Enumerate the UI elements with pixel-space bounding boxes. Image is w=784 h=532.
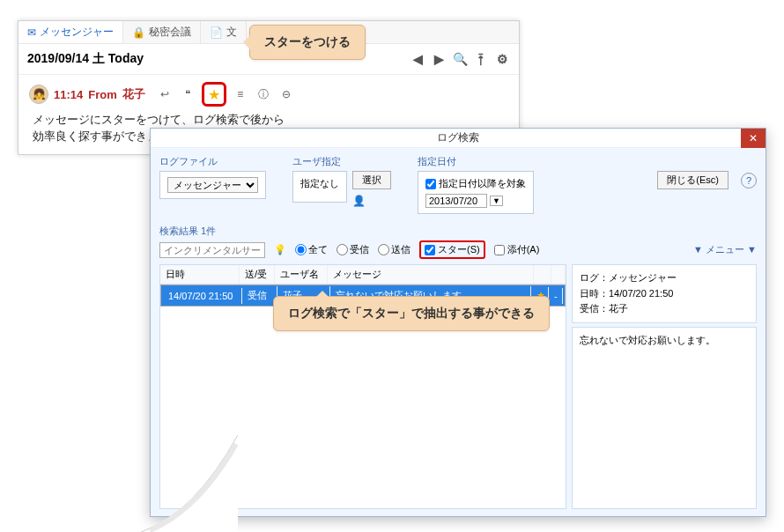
col-datetime[interactable]: 日時 (160, 265, 240, 284)
user-label: ユーザ指定 (292, 155, 391, 168)
user-group: ユーザ指定 指定なし 選択 👤 (292, 155, 391, 207)
next-icon[interactable]: ▶ (431, 51, 447, 67)
dialog-title: ログ検索 (437, 130, 479, 145)
lock-icon: 🔒 (132, 26, 145, 39)
incremental-search-input[interactable] (159, 242, 265, 258)
avatar: 👧 (29, 85, 48, 104)
col-io[interactable]: 送/受 (240, 265, 275, 284)
tab-label: メッセンジャー (40, 25, 114, 40)
filter-recv[interactable]: 受信 (337, 243, 369, 256)
doc-icon: 📄 (210, 26, 223, 39)
message-actions: ↩ ❝ ★ ≡ ⓘ ⊖ (156, 82, 295, 107)
user-value: 指定なし (300, 177, 339, 190)
col-attach (551, 265, 566, 284)
cell-attach: - (549, 288, 563, 304)
message-from-name: 花子 (122, 86, 145, 102)
close-button[interactable]: 閉じる(Esc) (657, 171, 729, 189)
cell-io: 受信 (242, 286, 277, 305)
logfile-group: ログファイル メッセンジャー (159, 155, 266, 199)
table-header: 日時 送/受 ユーザ名 メッセージ (160, 265, 566, 284)
date-after-checkbox[interactable]: 指定日付以降を対象 (425, 177, 526, 190)
message-from-label: From (88, 88, 117, 101)
close-icon[interactable]: ✕ (741, 129, 766, 148)
date-text: 2019/09/14 土 Today (27, 51, 144, 67)
detail-icon[interactable]: ≡ (232, 85, 249, 103)
logfile-panel: メッセンジャー (159, 171, 266, 199)
col-star (534, 265, 551, 284)
message-time: 11:14 (54, 88, 83, 101)
mail-icon: ✉ (27, 26, 36, 39)
menu-dropdown[interactable]: ▼ メニュー ▼ (693, 243, 757, 256)
filter-all[interactable]: 全て (295, 243, 328, 256)
bulb-icon[interactable]: 💡 (274, 244, 286, 255)
config-row: ログファイル メッセンジャー ユーザ指定 指定なし 選択 👤 (159, 155, 757, 219)
dialog-body: ログファイル メッセンジャー ユーザ指定 指定なし 選択 👤 (151, 148, 766, 516)
detail-header-box: ログ：メッセンジャー 日時：14/07/20 21:50 受信：花子 (572, 264, 757, 323)
minus-icon[interactable]: ⊖ (277, 85, 295, 103)
callout-text: ログ検索で「スター」で抽出する事ができる (288, 306, 535, 320)
detail-body-text: 忘れないで対応お願いします。 (580, 335, 715, 345)
message-header: 👧 11:14 From 花子 ↩ ❝ ★ ≡ ⓘ ⊖ (29, 82, 508, 107)
callout-filter: ログ検索で「スター」で抽出する事ができる (273, 296, 550, 331)
reply-icon[interactable]: ↩ (156, 85, 174, 103)
date-label: 指定日付 (418, 155, 534, 168)
help-icon[interactable]: ? (741, 173, 757, 188)
quote-icon[interactable]: ❝ (179, 85, 196, 103)
col-message[interactable]: メッセージ (328, 265, 534, 284)
select-user-button[interactable]: 選択 (352, 171, 391, 189)
chevron-down-icon[interactable]: ▼ (490, 196, 503, 206)
tab-secret[interactable]: 🔒 秘密会議 (123, 21, 201, 43)
date-after-input[interactable] (425, 179, 436, 189)
filter-row: 💡 全て 受信 送信 スター(S) 添付(A) ▼ メニュー ▼ (159, 240, 757, 259)
gear-icon[interactable]: ⚙ (494, 51, 510, 67)
callout-text: スターをつける (264, 34, 351, 48)
filter-star[interactable]: スター(S) (425, 243, 480, 256)
prev-icon[interactable]: ◀ (410, 51, 425, 67)
info-icon[interactable]: ⓘ (255, 85, 272, 103)
results-count: 検索結果 1件 (159, 225, 757, 238)
tab-label: 秘密会議 (149, 25, 191, 40)
date-panel: 指定日付以降を対象 ▼ (418, 171, 534, 214)
date-input[interactable] (425, 194, 487, 208)
dialog-titlebar: ログ検索 ✕ (151, 129, 766, 148)
filter-send[interactable]: 送信 (378, 243, 410, 256)
tab-messenger[interactable]: ✉ メッセンジャー (18, 21, 123, 43)
cell-datetime: 14/07/20 21:50 (163, 288, 242, 304)
detail-body-box: 忘れないで対応お願いします。 (572, 327, 757, 509)
message-line: メッセージにスターをつけて、ログ検索で後から (33, 112, 508, 129)
date-after-label: 指定日付以降を対象 (439, 177, 526, 190)
logfile-select[interactable]: メッセンジャー (167, 177, 258, 193)
callout-star: スターをつける (249, 25, 366, 60)
detail-pane: ログ：メッセンジャー 日時：14/07/20 21:50 受信：花子 忘れないで… (572, 264, 757, 509)
col-user[interactable]: ユーザ名 (275, 265, 328, 284)
filter-star-highlight: スター(S) (419, 240, 485, 259)
person-icon[interactable]: 👤 (352, 195, 391, 207)
star-icon[interactable]: ★ (202, 82, 226, 107)
user-panel: 指定なし (292, 171, 347, 203)
logfile-label: ログファイル (159, 155, 266, 168)
filter-attach[interactable]: 添付(A) (494, 243, 540, 256)
up-icon[interactable]: ⭱ (473, 51, 489, 67)
date-group: 指定日付 指定日付以降を対象 ▼ (418, 155, 534, 214)
search-icon[interactable]: 🔍 (452, 51, 468, 67)
